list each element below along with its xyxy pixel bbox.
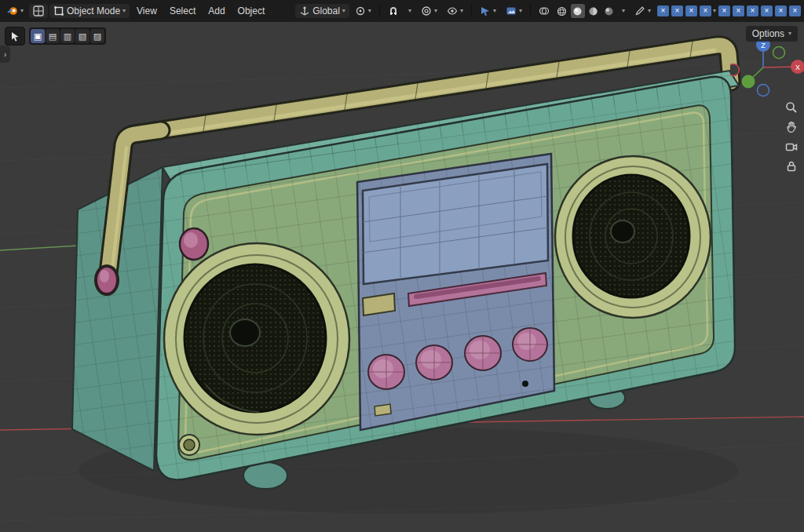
blender-window: Z X › ▣ ▤ ▥ ▧ ▨ xyxy=(0,0,804,532)
chevron-down-icon: ▾ xyxy=(368,8,371,14)
annotate-dropdown[interactable]: ▾ xyxy=(630,4,655,18)
shading-solid-button[interactable] xyxy=(571,4,585,18)
xray-toggle-button[interactable] xyxy=(535,4,554,18)
chevron-down-icon: ▾ xyxy=(519,8,522,14)
gizmo-axis-z-neg[interactable] xyxy=(758,85,769,97)
select-mode-group: ▣ ▤ ▥ ▧ ▨ xyxy=(29,27,106,45)
blender-menu-button[interactable]: ▾ xyxy=(3,4,27,18)
pen-icon xyxy=(634,5,645,16)
select-mode-new[interactable]: ▣ xyxy=(31,29,45,43)
header-toggle-tile[interactable]: × xyxy=(657,5,669,16)
svg-text:Z: Z xyxy=(761,42,766,49)
select-mode-extend[interactable]: ▤ xyxy=(46,29,60,43)
led-dot xyxy=(522,381,528,387)
select-mode-intersect[interactable]: ▨ xyxy=(90,29,104,43)
tool-settings-row: ▣ ▤ ▥ ▧ ▨ xyxy=(5,27,106,46)
snap-toggle-button[interactable] xyxy=(384,4,403,18)
select-mode-subtract[interactable]: ▥ xyxy=(60,29,75,43)
handle-pivot-cap xyxy=(94,264,119,296)
chevron-down-icon: ▾ xyxy=(434,8,437,14)
viewport-editor-icon xyxy=(33,5,44,16)
gizmo-axis-x-neg[interactable] xyxy=(730,64,740,76)
toolbar-expand-arrow[interactable]: › xyxy=(0,46,10,63)
header-toggle-tile[interactable]: × xyxy=(685,5,697,16)
header-toggle-tile[interactable]: × xyxy=(700,5,711,16)
header-toggle-tile[interactable]: × xyxy=(718,5,730,16)
gizmos-dropdown[interactable]: ▾ xyxy=(476,4,500,18)
options-label: Options xyxy=(752,28,784,39)
pan-hand-icon[interactable] xyxy=(783,118,800,136)
power-knob xyxy=(180,228,208,260)
eye-icon xyxy=(447,5,458,16)
material-sphere-icon xyxy=(588,6,598,16)
overlays-dropdown[interactable]: ▾ xyxy=(502,4,526,18)
shading-wireframe-button[interactable] xyxy=(555,4,569,18)
header-toggle-tile[interactable]: × xyxy=(775,5,787,16)
gizmo-cursor-icon xyxy=(480,5,491,16)
zoom-icon[interactable] xyxy=(783,99,800,116)
gizmo-axis-y[interactable] xyxy=(742,75,755,89)
magnet-icon xyxy=(388,5,399,16)
chevron-down-icon: ▾ xyxy=(622,8,625,14)
overlays-icon xyxy=(506,5,517,16)
missing-icon-group-1: × × × × ▾ xyxy=(656,5,716,16)
display-controls: ▾ ▾ ▾ xyxy=(443,4,801,18)
cursor-icon xyxy=(10,31,20,42)
left-speaker xyxy=(164,243,349,435)
select-box-tool-button[interactable] xyxy=(5,27,25,46)
editor-type-selector[interactable] xyxy=(29,4,48,18)
lock-icon[interactable] xyxy=(783,158,800,175)
pivot-icon xyxy=(355,5,366,16)
shading-material-button[interactable] xyxy=(587,4,601,18)
chevron-down-icon: ▾ xyxy=(408,8,411,14)
object-mode-icon xyxy=(53,5,64,16)
chevron-down-icon: ▾ xyxy=(788,31,791,37)
chevron-down-icon: ▾ xyxy=(20,8,24,14)
snapping-dropdown[interactable]: ▾ xyxy=(404,6,415,16)
options-button[interactable]: Options ▾ xyxy=(746,26,798,42)
menu-select[interactable]: Select xyxy=(164,3,201,19)
viewport-header: ▾ Object Mode ▾ View Select Add Object G… xyxy=(0,0,804,22)
pivot-point-dropdown[interactable]: ▾ xyxy=(351,4,375,18)
screw-detail xyxy=(179,435,199,455)
mode-dropdown[interactable]: Object Mode ▾ xyxy=(49,4,130,18)
chevron-down-icon: ▾ xyxy=(460,8,463,14)
select-mode-invert[interactable]: ▧ xyxy=(75,29,90,43)
eject-button xyxy=(363,293,395,315)
solid-sphere-icon xyxy=(572,6,583,16)
chevron-down-icon: ▾ xyxy=(648,8,651,14)
menu-object[interactable]: Object xyxy=(232,3,271,19)
transform-controls: Global ▾ ▾ ▾ ▾ xyxy=(295,4,441,18)
proportional-editing-button[interactable]: ▾ xyxy=(417,4,441,18)
missing-icon-group-2: × × × × × × xyxy=(718,5,801,16)
header-toggle-tile[interactable]: × xyxy=(747,5,758,16)
header-toggle-tile[interactable]: × xyxy=(789,5,801,16)
orientation-dropdown[interactable]: Global ▾ xyxy=(295,4,349,18)
small-button xyxy=(375,404,391,416)
wireframe-sphere-icon xyxy=(557,6,567,16)
svg-text:X: X xyxy=(795,64,800,71)
3d-viewport[interactable]: Z X › ▣ ▤ ▥ ▧ ▨ xyxy=(0,0,804,532)
orientation-label: Global xyxy=(312,5,340,16)
orientation-icon xyxy=(299,5,310,16)
mode-label: Object Mode xyxy=(67,5,120,16)
visibility-dropdown[interactable]: ▾ xyxy=(443,4,467,18)
gizmo-axis-y-neg[interactable] xyxy=(773,47,785,59)
camera-view-icon[interactable] xyxy=(783,138,800,155)
xray-icon xyxy=(539,5,550,16)
menu-add[interactable]: Add xyxy=(203,3,230,19)
chevron-down-icon: ▾ xyxy=(493,8,496,14)
shading-dropdown[interactable]: ▾ xyxy=(618,6,629,16)
boombox-model[interactable] xyxy=(72,42,739,514)
menu-view[interactable]: View xyxy=(131,3,163,19)
header-toggle-tile[interactable]: × xyxy=(733,5,744,16)
navigation-gizmo[interactable]: Z X xyxy=(730,35,804,104)
chevron-down-icon: ▾ xyxy=(342,8,345,14)
header-toggle-tile[interactable]: × xyxy=(761,5,773,16)
rendered-sphere-icon xyxy=(604,6,614,16)
header-toggle-tile[interactable]: × xyxy=(671,5,683,16)
proportional-edit-icon xyxy=(421,5,432,16)
blender-logo xyxy=(7,5,18,16)
shading-rendered-button[interactable] xyxy=(602,4,616,18)
chevron-down-icon: ▾ xyxy=(122,8,126,14)
